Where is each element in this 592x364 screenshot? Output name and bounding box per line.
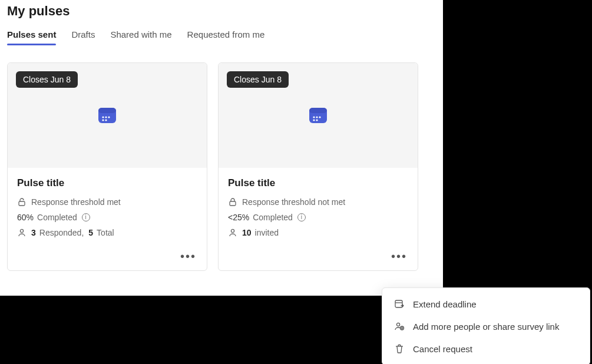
card-list: Closes Jun 8 Pulse title (7, 62, 436, 271)
trash-icon (394, 343, 405, 354)
percent-label: Completed (253, 213, 293, 222)
svg-point-5 (102, 119, 104, 121)
responded-label: Responded, (39, 228, 84, 237)
tab-drafts[interactable]: Drafts (71, 29, 95, 45)
svg-point-13 (319, 116, 320, 118)
threshold-row: Response threshold met (17, 197, 197, 207)
people-row: 10 invited (228, 228, 408, 237)
threshold-row: Response threshold not met (228, 197, 408, 207)
svg-point-19 (396, 323, 399, 326)
people-row: 3 Responded, 5 Total (17, 228, 197, 237)
tab-shared-with-me[interactable]: Shared with me (110, 29, 171, 45)
total-label: Total (97, 228, 114, 237)
total-count: 5 (88, 228, 93, 237)
page-title: My pulses (7, 4, 436, 19)
card-body: Pulse title Response threshold met 60% C… (8, 168, 207, 249)
svg-point-3 (105, 116, 107, 118)
card-context-menu: Extend deadline Add more people or share… (382, 287, 590, 364)
svg-point-8 (20, 229, 23, 232)
menu-item-label: Extend deadline (413, 299, 477, 309)
invited-count: 10 (242, 228, 252, 237)
svg-rect-7 (19, 201, 25, 206)
tab-requested-from-me[interactable]: Requested from me (187, 29, 265, 45)
calendar-icon (97, 105, 117, 125)
more-button[interactable]: ••• (178, 249, 199, 263)
invited-label: invited (255, 228, 279, 237)
menu-item-label: Cancel request (413, 344, 472, 354)
pulse-title: Pulse title (17, 177, 197, 189)
svg-point-11 (313, 116, 315, 118)
status-badge: Closes Jun 8 (227, 71, 289, 88)
percent-value: <25% (228, 213, 249, 222)
pulse-card[interactable]: Closes Jun 8 Pulse title (7, 62, 207, 271)
app-surface: My pulses Pulses sent Drafts Shared with… (0, 0, 443, 296)
pulse-title: Pulse title (228, 177, 408, 189)
threshold-text: Response threshold met (31, 197, 121, 207)
pulse-card[interactable]: Closes Jun 8 Pulse title (218, 62, 418, 271)
svg-point-6 (105, 119, 107, 121)
menu-cancel-request[interactable]: Cancel request (382, 337, 590, 360)
svg-point-4 (108, 116, 110, 118)
menu-item-label: Add more people or share survey link (413, 322, 559, 332)
svg-rect-16 (230, 201, 236, 206)
card-preview: Closes Jun 8 (219, 63, 418, 168)
svg-rect-10 (309, 108, 327, 113)
completion-row: 60% Completed i (17, 213, 197, 222)
completion-row: <25% Completed i (228, 213, 408, 222)
percent-value: 60% (17, 213, 34, 222)
svg-point-2 (102, 116, 104, 118)
person-icon (228, 228, 237, 237)
svg-point-12 (316, 116, 318, 118)
info-icon[interactable]: i (297, 213, 306, 221)
calendar-icon (308, 105, 328, 125)
responded-count: 3 (31, 228, 36, 237)
svg-point-15 (316, 119, 318, 121)
lock-icon (228, 197, 237, 207)
card-preview: Closes Jun 8 (8, 63, 207, 168)
unlock-icon (17, 197, 27, 207)
svg-rect-1 (98, 108, 116, 113)
percent-label: Completed (37, 213, 77, 222)
threshold-text: Response threshold not met (242, 197, 345, 207)
more-button[interactable]: ••• (389, 249, 409, 263)
menu-extend-deadline[interactable]: Extend deadline (382, 293, 590, 315)
menu-add-people[interactable]: Add more people or share survey link (382, 315, 590, 337)
calendar-arrow-icon (394, 299, 405, 309)
tabs: Pulses sent Drafts Shared with me Reques… (7, 29, 436, 46)
card-footer: ••• (219, 249, 418, 270)
svg-point-17 (231, 229, 234, 232)
tab-pulses-sent[interactable]: Pulses sent (7, 29, 56, 45)
svg-rect-18 (395, 300, 402, 307)
svg-point-14 (313, 119, 315, 121)
person-plus-icon (394, 321, 405, 332)
card-footer: ••• (8, 249, 207, 270)
card-body: Pulse title Response threshold not met <… (219, 168, 418, 249)
info-icon[interactable]: i (82, 213, 90, 221)
status-badge: Closes Jun 8 (16, 71, 78, 88)
person-icon (17, 228, 27, 237)
